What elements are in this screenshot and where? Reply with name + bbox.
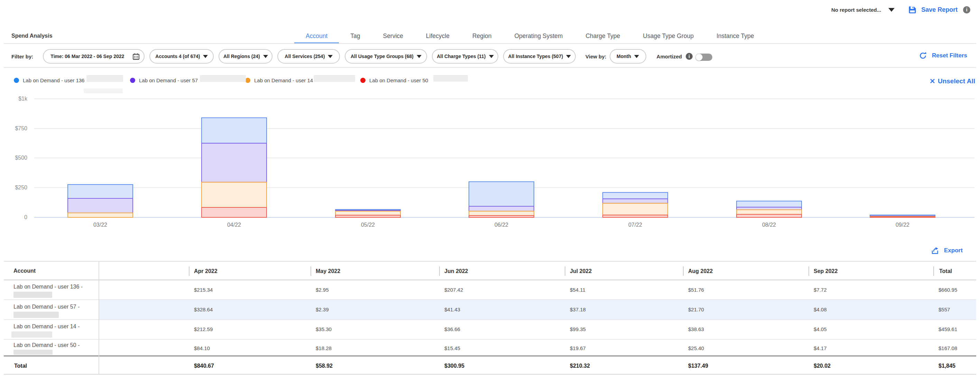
svg-text:0: 0 [24,214,27,220]
svg-text:03/22: 03/22 [93,222,107,228]
svg-text:07/22: 07/22 [628,222,642,228]
svg-text:09/22: 09/22 [896,222,910,228]
svg-text:04/22: 04/22 [227,222,241,228]
svg-text:$500: $500 [15,155,27,161]
svg-text:$250: $250 [15,184,27,190]
svg-text:$1k: $1k [18,96,28,102]
svg-text:05/22: 05/22 [361,222,375,228]
svg-text:$750: $750 [15,125,27,131]
svg-text:06/22: 06/22 [495,222,508,228]
svg-text:08/22: 08/22 [762,222,776,228]
